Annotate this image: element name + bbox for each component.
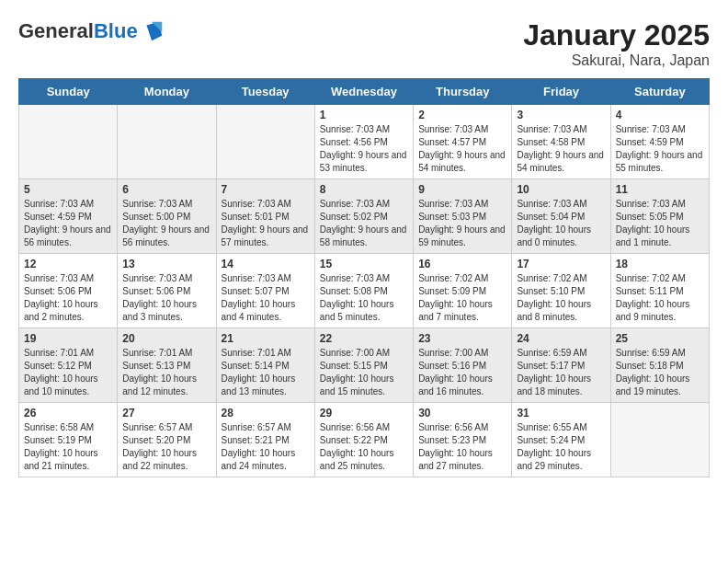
day-number: 14 [222, 258, 310, 270]
day-info: Sunrise: 6:56 AMSunset: 5:22 PMDaylight:… [320, 421, 408, 473]
day-number: 6 [122, 183, 210, 196]
day-number: 5 [24, 183, 112, 196]
day-number: 16 [418, 258, 506, 270]
day-info: Sunrise: 6:55 AMSunset: 5:24 PMDaylight:… [517, 421, 605, 473]
day-number: 1 [320, 109, 408, 121]
day-number: 17 [517, 258, 605, 270]
calendar-cell [610, 403, 709, 477]
calendar-cell: 1Sunrise: 7:03 AMSunset: 4:56 PMDaylight… [314, 105, 413, 179]
week-row-5: 26Sunrise: 6:58 AMSunset: 5:19 PMDayligh… [19, 403, 710, 477]
header-sunday: Sunday [19, 79, 118, 105]
day-info: Sunrise: 7:03 AMSunset: 5:06 PMDaylight:… [24, 272, 112, 324]
day-info: Sunrise: 7:03 AMSunset: 4:57 PMDaylight:… [418, 123, 506, 175]
calendar-table: SundayMondayTuesdayWednesdayThursdayFrid… [18, 78, 710, 477]
day-info: Sunrise: 7:03 AMSunset: 4:58 PMDaylight:… [517, 123, 605, 175]
calendar-cell: 13Sunrise: 7:03 AMSunset: 5:06 PMDayligh… [118, 254, 216, 328]
calendar-cell [216, 105, 314, 179]
calendar-cell [118, 105, 216, 179]
calendar-cell: 14Sunrise: 7:03 AMSunset: 5:07 PMDayligh… [216, 254, 314, 328]
header-thursday: Thursday [414, 79, 512, 105]
day-info: Sunrise: 7:00 AMSunset: 5:16 PMDaylight:… [418, 347, 506, 398]
day-number: 7 [222, 183, 310, 196]
day-number: 30 [418, 407, 506, 419]
calendar-cell: 28Sunrise: 6:57 AMSunset: 5:21 PMDayligh… [216, 403, 314, 477]
calendar-cell: 22Sunrise: 7:00 AMSunset: 5:15 PMDayligh… [314, 328, 413, 403]
calendar-cell: 30Sunrise: 6:56 AMSunset: 5:23 PMDayligh… [414, 403, 512, 477]
calendar-cell: 8Sunrise: 7:03 AMSunset: 5:02 PMDaylight… [314, 179, 413, 254]
calendar-cell: 4Sunrise: 7:03 AMSunset: 4:59 PMDaylight… [610, 105, 709, 179]
day-info: Sunrise: 7:03 AMSunset: 5:02 PMDaylight:… [320, 198, 408, 249]
day-info: Sunrise: 7:03 AMSunset: 5:03 PMDaylight:… [418, 198, 506, 249]
day-info: Sunrise: 7:03 AMSunset: 5:06 PMDaylight:… [122, 272, 210, 324]
header-friday: Friday [512, 79, 610, 105]
logo: GeneralBlue [18, 18, 165, 44]
logo-general: General [18, 19, 94, 42]
day-info: Sunrise: 6:59 AMSunset: 5:17 PMDaylight:… [517, 347, 605, 398]
day-info: Sunrise: 7:03 AMSunset: 4:56 PMDaylight:… [320, 123, 408, 175]
day-number: 25 [616, 332, 704, 345]
calendar-cell: 31Sunrise: 6:55 AMSunset: 5:24 PMDayligh… [512, 403, 610, 477]
day-number: 21 [222, 332, 310, 345]
day-info: Sunrise: 7:03 AMSunset: 4:59 PMDaylight:… [24, 198, 112, 249]
day-number: 19 [24, 332, 112, 345]
calendar-cell: 16Sunrise: 7:02 AMSunset: 5:09 PMDayligh… [414, 254, 512, 328]
day-info: Sunrise: 7:03 AMSunset: 5:07 PMDaylight:… [222, 272, 310, 324]
calendar-cell: 21Sunrise: 7:01 AMSunset: 5:14 PMDayligh… [216, 328, 314, 403]
calendar-cell: 27Sunrise: 6:57 AMSunset: 5:20 PMDayligh… [118, 403, 216, 477]
day-info: Sunrise: 7:01 AMSunset: 5:14 PMDaylight:… [222, 347, 310, 398]
day-info: Sunrise: 7:03 AMSunset: 5:08 PMDaylight:… [320, 272, 408, 324]
calendar-cell: 6Sunrise: 7:03 AMSunset: 5:00 PMDaylight… [118, 179, 216, 254]
calendar-cell: 24Sunrise: 6:59 AMSunset: 5:17 PMDayligh… [512, 328, 610, 403]
day-number: 24 [517, 332, 605, 345]
page-header: GeneralBlue January 2025 Sakurai, Nara, … [18, 18, 710, 69]
day-number: 3 [517, 109, 605, 121]
week-row-4: 19Sunrise: 7:01 AMSunset: 5:12 PMDayligh… [19, 328, 710, 403]
day-info: Sunrise: 7:01 AMSunset: 5:12 PMDaylight:… [24, 347, 112, 398]
calendar-cell: 26Sunrise: 6:58 AMSunset: 5:19 PMDayligh… [19, 403, 118, 477]
day-info: Sunrise: 7:03 AMSunset: 4:59 PMDaylight:… [616, 123, 704, 175]
logo-icon [140, 18, 165, 44]
header-tuesday: Tuesday [216, 79, 314, 105]
calendar-cell: 5Sunrise: 7:03 AMSunset: 4:59 PMDaylight… [19, 179, 118, 254]
day-number: 12 [24, 258, 112, 270]
calendar-header-row: SundayMondayTuesdayWednesdayThursdayFrid… [19, 79, 710, 105]
day-info: Sunrise: 7:02 AMSunset: 5:09 PMDaylight:… [418, 272, 506, 324]
day-number: 9 [418, 183, 506, 196]
calendar-cell [19, 105, 118, 179]
week-row-1: 1Sunrise: 7:03 AMSunset: 4:56 PMDaylight… [19, 105, 710, 179]
logo-blue: Blue [94, 19, 138, 42]
calendar-cell: 19Sunrise: 7:01 AMSunset: 5:12 PMDayligh… [19, 328, 118, 403]
week-row-2: 5Sunrise: 7:03 AMSunset: 4:59 PMDaylight… [19, 179, 710, 254]
header-monday: Monday [118, 79, 216, 105]
day-number: 10 [517, 183, 605, 196]
day-info: Sunrise: 6:57 AMSunset: 5:21 PMDaylight:… [222, 421, 310, 473]
calendar-title: January 2025 [523, 18, 710, 52]
day-number: 31 [517, 407, 605, 419]
day-info: Sunrise: 7:02 AMSunset: 5:11 PMDaylight:… [616, 272, 704, 324]
day-info: Sunrise: 7:00 AMSunset: 5:15 PMDaylight:… [320, 347, 408, 398]
week-row-3: 12Sunrise: 7:03 AMSunset: 5:06 PMDayligh… [19, 254, 710, 328]
day-info: Sunrise: 7:02 AMSunset: 5:10 PMDaylight:… [517, 272, 605, 324]
calendar-cell: 29Sunrise: 6:56 AMSunset: 5:22 PMDayligh… [314, 403, 413, 477]
day-number: 20 [122, 332, 210, 345]
calendar-subtitle: Sakurai, Nara, Japan [523, 52, 710, 69]
calendar-cell: 12Sunrise: 7:03 AMSunset: 5:06 PMDayligh… [19, 254, 118, 328]
calendar-cell: 23Sunrise: 7:00 AMSunset: 5:16 PMDayligh… [414, 328, 512, 403]
day-info: Sunrise: 6:59 AMSunset: 5:18 PMDaylight:… [616, 347, 704, 398]
calendar-cell: 20Sunrise: 7:01 AMSunset: 5:13 PMDayligh… [118, 328, 216, 403]
day-number: 29 [320, 407, 408, 419]
day-number: 8 [320, 183, 408, 196]
day-info: Sunrise: 7:03 AMSunset: 5:05 PMDaylight:… [616, 198, 704, 249]
calendar-cell: 17Sunrise: 7:02 AMSunset: 5:10 PMDayligh… [512, 254, 610, 328]
title-block: January 2025 Sakurai, Nara, Japan [523, 18, 710, 69]
day-number: 23 [418, 332, 506, 345]
day-number: 18 [616, 258, 704, 270]
calendar-cell: 3Sunrise: 7:03 AMSunset: 4:58 PMDaylight… [512, 105, 610, 179]
day-number: 13 [122, 258, 210, 270]
header-wednesday: Wednesday [314, 79, 413, 105]
day-info: Sunrise: 6:56 AMSunset: 5:23 PMDaylight:… [418, 421, 506, 473]
calendar-cell: 11Sunrise: 7:03 AMSunset: 5:05 PMDayligh… [610, 179, 709, 254]
day-info: Sunrise: 6:58 AMSunset: 5:19 PMDaylight:… [24, 421, 112, 473]
day-info: Sunrise: 7:01 AMSunset: 5:13 PMDaylight:… [122, 347, 210, 398]
day-info: Sunrise: 7:03 AMSunset: 5:04 PMDaylight:… [517, 198, 605, 249]
